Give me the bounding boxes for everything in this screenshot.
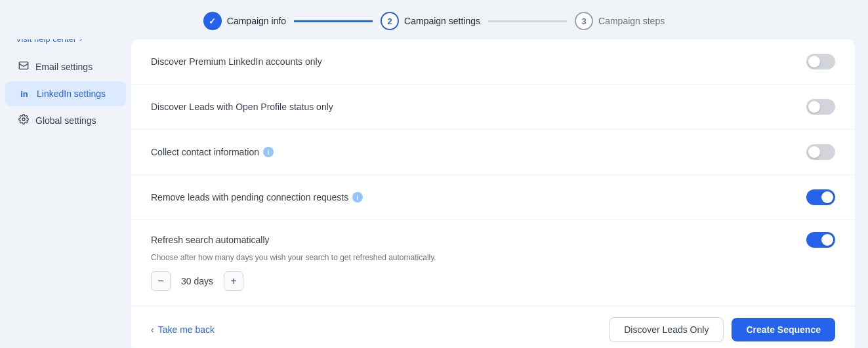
step-3-circle: 3 (575, 12, 593, 30)
pending-row: Remove leads with pending connection req… (131, 175, 855, 220)
step-2[interactable]: 2 Campaign settings (373, 12, 488, 30)
linkedin-icon: in (18, 88, 30, 100)
step-1[interactable]: ✓ Campaign info (196, 12, 294, 30)
back-label: Take me back (158, 324, 215, 335)
refresh-label: Refresh search automatically (151, 235, 270, 245)
sidebar-email-label: Email settings (35, 62, 93, 72)
premium-toggle-slider (806, 54, 835, 69)
back-link[interactable]: ‹ Take me back (151, 324, 215, 335)
open-profile-row: Discover Leads with Open Profile status … (131, 85, 855, 130)
back-chevron-icon: ‹ (151, 324, 154, 335)
create-sequence-button[interactable]: Create Sequence (732, 318, 835, 341)
svg-rect-0 (19, 62, 28, 69)
footer-actions: Discover Leads Only Create Sequence (609, 317, 835, 342)
open-profile-toggle-slider (806, 99, 835, 115)
step-2-label: Campaign settings (404, 16, 480, 26)
pending-info-icon[interactable]: i (352, 192, 363, 203)
contact-info-toggle[interactable] (806, 144, 835, 160)
step-line-1 (294, 20, 373, 22)
contact-info-row: Collect contact information i (131, 130, 855, 175)
content-area: Discover Premium LinkedIn accounts only … (131, 39, 855, 348)
open-profile-toggle[interactable] (806, 99, 835, 115)
contact-info-toggle-slider (806, 144, 835, 160)
pending-label: Remove leads with pending connection req… (151, 192, 363, 203)
sidebar: Email settings in LinkedIn settings Glob… (0, 39, 131, 348)
sidebar-item-global[interactable]: Global settings (5, 107, 126, 134)
sidebar-linkedin-label: LinkedIn settings (37, 88, 106, 99)
svg-point-1 (22, 118, 25, 121)
days-increase-button[interactable]: + (224, 271, 243, 291)
step-1-circle: ✓ (203, 12, 222, 30)
discover-leads-button[interactable]: Discover Leads Only (609, 317, 724, 342)
open-profile-label: Discover Leads with Open Profile status … (151, 102, 333, 112)
premium-toggle[interactable] (806, 54, 835, 69)
refresh-section: Refresh search automatically Choose afte… (131, 220, 855, 306)
pending-toggle[interactable] (806, 189, 835, 205)
days-stepper: − 30 days + (151, 271, 835, 291)
step-2-circle: 2 (381, 12, 399, 30)
step-3-label: Campaign steps (598, 16, 665, 26)
days-decrease-button[interactable]: − (151, 271, 171, 291)
refresh-subtext: Choose after how many days you wish your… (151, 253, 835, 262)
refresh-toggle-slider (806, 232, 835, 248)
sidebar-item-email[interactable]: Email settings (5, 54, 126, 80)
premium-row: Discover Premium LinkedIn accounts only (131, 39, 855, 85)
pending-toggle-slider (806, 189, 835, 205)
sidebar-item-linkedin[interactable]: in LinkedIn settings (5, 81, 126, 106)
step-1-label: Campaign info (227, 16, 286, 26)
refresh-toggle[interactable] (806, 232, 835, 248)
global-settings-icon (18, 114, 29, 127)
days-value: 30 days (171, 276, 224, 286)
step-3[interactable]: 3 Campaign steps (567, 12, 672, 30)
footer-bar: ‹ Take me back Discover Leads Only Creat… (131, 306, 855, 348)
contact-info-label: Collect contact information i (151, 147, 274, 157)
stepper: ✓ Campaign info 2 Campaign settings 3 Ca… (0, 0, 868, 39)
premium-label: Discover Premium LinkedIn accounts only (151, 56, 322, 67)
contact-info-icon[interactable]: i (263, 147, 274, 157)
email-icon (18, 60, 29, 73)
step-line-2 (488, 20, 567, 22)
sidebar-global-label: Global settings (35, 115, 96, 126)
refresh-header-row: Refresh search automatically (151, 232, 835, 248)
